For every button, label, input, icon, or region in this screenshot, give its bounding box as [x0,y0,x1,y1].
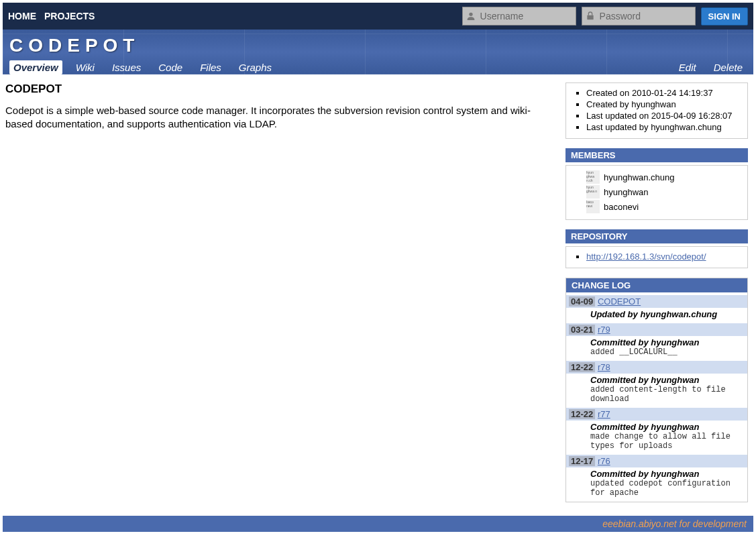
avatar: hyun ghwa n.ch [586,170,600,184]
changelog-date: 12-22 [569,409,595,419]
footer-text: eeebian.abiyo.net for development [602,518,747,529]
member-item: baco nevi baconevi [586,199,741,214]
tab-code[interactable]: Code [154,60,186,74]
changelog-rev[interactable]: CODEPOT [598,296,641,307]
tab-files[interactable]: Files [196,60,225,74]
content: CODEPOT Codepot is a simple web-based so… [3,74,753,502]
page-description: Codepot is a simple web-based source cod… [5,104,549,130]
member-name: hyunghwan [604,187,649,197]
username-input[interactable] [462,7,576,25]
main: CODEPOT Codepot is a simple web-based so… [3,82,552,502]
changelog-date: 12-17 [569,456,595,466]
tab-overview[interactable]: Overview [9,60,62,74]
avatar: baco nevi [586,200,600,213]
signin-button[interactable]: SIGN IN [701,7,748,25]
action-delete[interactable]: Delete [710,60,747,74]
nav-home[interactable]: HOME [8,11,36,21]
repo-link[interactable]: http://192.168.1.3/svn/codepot/ [586,252,706,262]
tab-issues[interactable]: Issues [108,60,145,74]
member-name: baconevi [604,202,639,212]
changelog-who: Committed by hyunghwan [590,337,745,347]
changelog-entry: 03-21 r79Committed by hyunghwanadded __L… [566,323,747,361]
user-icon [466,11,476,21]
tabs: Overview Wiki Issues Code Files Graphs E… [9,60,747,74]
page-title: CODEPOT [5,82,549,96]
member-name: hyunghwan.chung [604,172,675,182]
banner-title: CODEPOT [9,35,747,56]
changelog-entry: 12-17 r76Committed by hyunghwanupdated c… [566,455,747,502]
member-item: hyun ghwa n hyunghwan [586,184,741,199]
tab-wiki[interactable]: Wiki [72,60,99,74]
changelog-who: Committed by hyunghwan [590,469,745,479]
changelog-date: 03-21 [569,325,595,335]
meta-created-by: Created by hyunghwan [586,99,741,110]
changelog-rev[interactable]: r77 [598,409,610,419]
changelog-entry: 12-22 r77Committed by hyunghwanmade chan… [566,408,747,455]
svg-rect-1 [587,15,593,20]
member-item: hyun ghwa n.ch hyunghwan.chung [586,170,741,184]
changelog-date: 12-22 [569,362,595,372]
changelog-msg: made change to allow all file types for … [590,432,745,451]
changelog-rev[interactable]: r76 [598,456,610,466]
repo-box: REPOSITORY http://192.168.1.3/svn/codepo… [565,229,748,268]
members-box: MEMBERS hyun ghwa n.ch hyunghwan.chunghy… [565,148,748,220]
banner: CODEPOT Overview Wiki Issues Code Files … [3,30,753,74]
meta-box: Created on 2010-01-24 14:19:37 Created b… [565,82,748,139]
changelog-who: Committed by hyunghwan [590,375,745,385]
repo-header: REPOSITORY [565,229,748,243]
svg-point-0 [469,13,472,16]
username-wrap [462,7,576,25]
members-header: MEMBERS [565,148,748,162]
meta-updated-by: Last updated by hyunghwan.chung [586,121,741,133]
sidebar: Created on 2010-01-24 14:19:37 Created b… [565,82,753,502]
changelog-msg: added __LOCALURL__ [590,347,745,357]
tab-graphs[interactable]: Graphs [235,60,276,74]
changelog-header: CHANGE LOG [566,278,747,292]
password-wrap [582,7,696,25]
nav-projects[interactable]: PROJECTS [44,11,95,21]
changelog-entry: 12-22 r78Committed by hyunghwanadded con… [566,361,747,408]
changelog-who: Updated by hyunghwan.chung [590,309,745,319]
changelog-who: Committed by hyunghwan [590,422,745,432]
changelog-entry: 04-09 CODEPOTUpdated by hyunghwan.chung [566,295,747,323]
avatar: hyun ghwa n [586,185,600,199]
meta-created-on: Created on 2010-01-24 14:19:37 [586,87,741,99]
changelog-msg: updated codepot configuration for apache [590,479,745,498]
changelog-msg: added content-length to file download [590,385,745,404]
lock-icon [585,11,596,21]
footer: eeebian.abiyo.net for development [3,516,753,532]
password-input[interactable] [582,7,696,25]
changelog-box: CHANGE LOG 04-09 CODEPOTUpdated by hyung… [565,278,748,502]
meta-updated-on: Last updated on 2015-04-09 16:28:07 [586,110,741,121]
top-bar: HOME PROJECTS SIGN IN [3,3,753,30]
changelog-date: 04-09 [569,296,595,307]
changelog-rev[interactable]: r78 [598,362,610,372]
action-edit[interactable]: Edit [675,60,700,74]
changelog-rev[interactable]: r79 [598,325,610,335]
